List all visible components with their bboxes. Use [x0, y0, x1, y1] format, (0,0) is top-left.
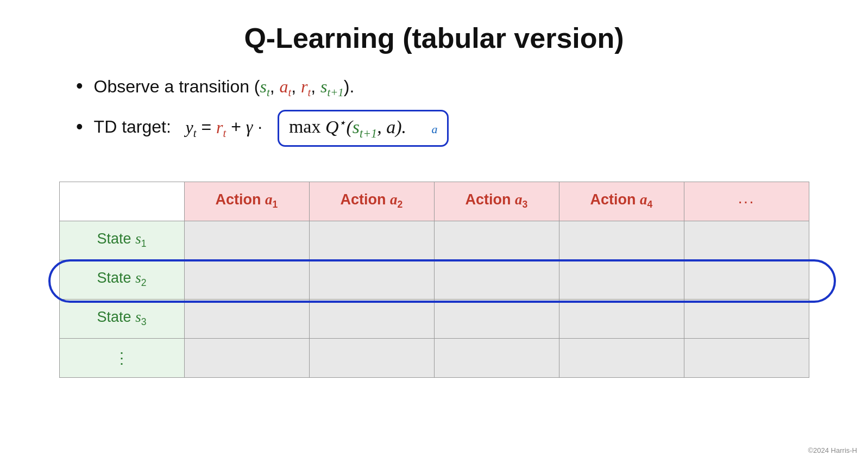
watermark: ©2024 Harris-H: [808, 446, 858, 454]
cell-dots-ellipsis: [684, 338, 809, 377]
bullet-dot-1: •: [76, 76, 83, 96]
table-corner-cell: [59, 182, 184, 221]
table-row-dots: ⋮: [59, 338, 809, 377]
bullet-1-text: Observe a transition (st, at, rt, st+1).: [94, 77, 355, 99]
max-label: max Q⋆(st+1, a). a: [289, 115, 438, 140]
slide-title: Q-Learning (tabular version): [43, 22, 825, 54]
cell-dots-a2: [309, 338, 434, 377]
cell-s1-a4: [559, 221, 684, 260]
bullet-2-text: TD target: yt = rt + γ · max Q⋆(st+1, a)…: [94, 110, 449, 146]
state-label-s1: State s1: [59, 221, 184, 260]
max-subscript-a: a: [431, 122, 437, 136]
cell-s3-a1: [184, 299, 309, 338]
cell-s1-ellipsis: [684, 221, 809, 260]
table-header-action1: Action a1: [184, 182, 309, 221]
table-row-state2: State s2: [59, 260, 809, 299]
cell-s3-a2: [309, 299, 434, 338]
cell-s1-a3: [434, 221, 559, 260]
cell-s2-a4: [559, 260, 684, 299]
cell-s3-ellipsis: [684, 299, 809, 338]
bullet-2: • TD target: yt = rt + γ · max Q⋆(st+1, …: [76, 110, 449, 146]
table-header-action3: Action a3: [434, 182, 559, 221]
cell-s3-a3: [434, 299, 559, 338]
cell-s3-a4: [559, 299, 684, 338]
bullet-1: • Observe a transition (st, at, rt, st+1…: [76, 76, 449, 99]
table-header-row: Action a1 Action a2 Action a3 Action a4 …: [59, 182, 809, 221]
table-row-state1: State s1: [59, 221, 809, 260]
cell-s2-a3: [434, 260, 559, 299]
state-label-s2: State s2: [59, 260, 184, 299]
cell-dots-a3: [434, 338, 559, 377]
cell-s2-ellipsis: [684, 260, 809, 299]
table-section: Action a1 Action a2 Action a3 Action a4 …: [43, 182, 825, 378]
boxed-max-expression: max Q⋆(st+1, a). a: [278, 110, 449, 146]
bullet-dot-2: •: [76, 117, 83, 136]
slide-container: Q-Learning (tabular version) • Observe a…: [0, 0, 868, 461]
cell-s1-a2: [309, 221, 434, 260]
table-header-action2: Action a2: [309, 182, 434, 221]
cell-s2-a2: [309, 260, 434, 299]
table-row-state3: State s3: [59, 299, 809, 338]
cell-s1-a1: [184, 221, 309, 260]
bullet-section: • Observe a transition (st, at, rt, st+1…: [76, 76, 449, 158]
q-table: Action a1 Action a2 Action a3 Action a4 …: [59, 182, 809, 378]
table-header-ellipsis: ···: [684, 182, 809, 221]
state-label-dots: ⋮: [59, 338, 184, 377]
cell-dots-a4: [559, 338, 684, 377]
cell-s2-a1: [184, 260, 309, 299]
table-header-action4: Action a4: [559, 182, 684, 221]
state-label-s3: State s3: [59, 299, 184, 338]
cell-dots-a1: [184, 338, 309, 377]
